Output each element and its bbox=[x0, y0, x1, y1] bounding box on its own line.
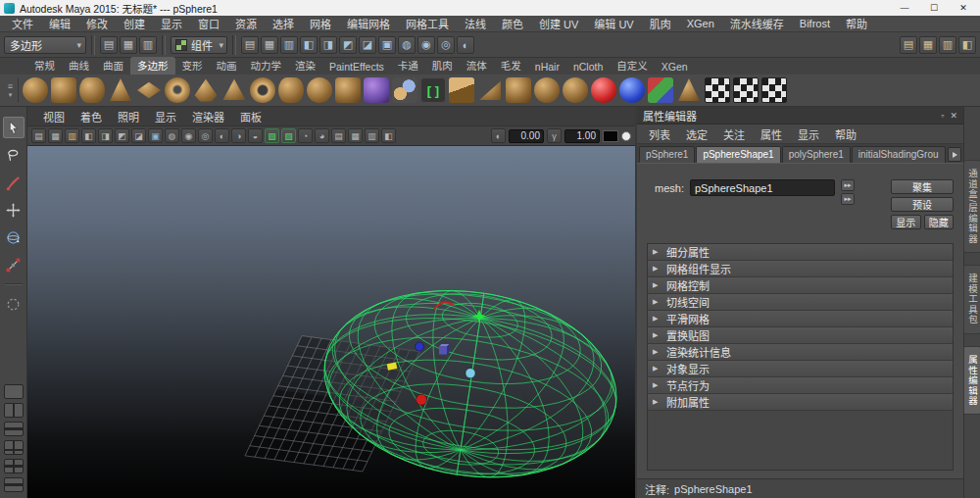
shaded-mode-icon[interactable]: ◕ bbox=[315, 128, 329, 143]
combine-icon[interactable] bbox=[449, 77, 474, 103]
save-scene-icon[interactable]: ▥ bbox=[139, 36, 157, 54]
attribute-section[interactable]: 网格组件显示 bbox=[648, 261, 953, 277]
dock-icon[interactable]: ▫ bbox=[941, 111, 944, 121]
menu-item[interactable]: 网格工具 bbox=[398, 16, 457, 31]
three-panes-split-left-layout-button[interactable] bbox=[4, 440, 24, 455]
scene-svg[interactable] bbox=[27, 146, 635, 498]
snap-to-view-plane-icon[interactable]: ◩ bbox=[339, 36, 357, 54]
attribute-editor-menu-item[interactable]: 帮助 bbox=[827, 126, 864, 142]
menu-item[interactable]: Bifrost bbox=[792, 18, 838, 29]
2d-pan-zoom-icon[interactable]: ◨ bbox=[98, 128, 113, 143]
attribute-section[interactable]: 附加属性 bbox=[648, 394, 953, 411]
shelf-tab[interactable]: 多边形 bbox=[130, 57, 175, 75]
safe-title-icon[interactable]: ◑ bbox=[231, 128, 246, 143]
menu-item[interactable]: 帮助 bbox=[838, 16, 875, 31]
node-tab[interactable]: pSphereShape1 bbox=[696, 146, 780, 163]
bookmarks-icon[interactable]: ▥ bbox=[65, 128, 79, 143]
bridge-icon[interactable] bbox=[676, 77, 702, 103]
shelf-tab[interactable]: 流体 bbox=[460, 57, 494, 75]
panel-menu-item[interactable]: 视图 bbox=[35, 109, 73, 124]
sidebar-vertical-tab[interactable]: 通道盒/层编辑器 bbox=[963, 160, 980, 253]
two-panes-side-by-side-layout-button[interactable] bbox=[4, 403, 24, 418]
wireframe-mode-icon[interactable]: ◔ bbox=[298, 128, 313, 143]
panel-menu-item[interactable]: 显示 bbox=[147, 109, 184, 124]
shadows-toggle-icon[interactable]: ▥ bbox=[365, 128, 379, 143]
new-scene-icon[interactable]: ▤ bbox=[100, 36, 118, 54]
small-cyan-sphere[interactable] bbox=[466, 369, 475, 378]
menu-item[interactable]: XGen bbox=[679, 18, 722, 29]
single-pane-layout-button[interactable] bbox=[4, 384, 24, 399]
boolean-union-icon[interactable] bbox=[534, 77, 560, 103]
lighting-mode-icon[interactable]: ▦ bbox=[348, 128, 363, 143]
construction-history-icon[interactable]: ▣ bbox=[378, 36, 396, 54]
shelf-tab[interactable]: nCloth bbox=[566, 60, 610, 75]
attribute-editor-menu-item[interactable]: 列表 bbox=[641, 126, 678, 142]
show-button[interactable]: 显示 bbox=[891, 215, 921, 229]
maximize-button[interactable]: ☐ bbox=[919, 3, 949, 13]
mesh-name-input[interactable] bbox=[690, 179, 835, 196]
shelf-tab[interactable]: 曲线 bbox=[62, 57, 96, 75]
grease-pencil-icon[interactable]: ◩ bbox=[115, 128, 129, 143]
paint-select-tool-button[interactable] bbox=[3, 172, 24, 193]
poly-cylinder-icon[interactable] bbox=[79, 77, 105, 103]
poly-soccer-ball-icon[interactable] bbox=[307, 77, 332, 103]
attribute-section[interactable]: 渲染统计信息 bbox=[648, 344, 953, 361]
poly-plane-icon[interactable] bbox=[136, 77, 162, 103]
menu-item[interactable]: 文件 bbox=[4, 16, 41, 31]
attribute-section[interactable]: 节点行为 bbox=[648, 377, 953, 394]
shelf-tab[interactable]: 卡通 bbox=[391, 57, 425, 75]
persp-outliner-layout-button[interactable] bbox=[4, 477, 24, 492]
lasso-tool-button[interactable] bbox=[3, 144, 24, 166]
resolution-gate-icon[interactable]: ◍ bbox=[165, 128, 179, 143]
menu-item[interactable]: 法线 bbox=[457, 16, 494, 31]
attribute-editor-menu-item[interactable]: 属性 bbox=[753, 126, 790, 142]
poly-pipe-icon[interactable] bbox=[250, 77, 275, 103]
small-purple-cube[interactable] bbox=[439, 344, 450, 355]
menu-item[interactable]: 资源 bbox=[227, 16, 265, 31]
menu-item[interactable]: 选择 bbox=[265, 16, 302, 31]
poly-sphere-icon[interactable] bbox=[23, 77, 48, 103]
attribute-section[interactable]: 置换贴图 bbox=[648, 327, 953, 344]
open-scene-icon[interactable]: ▦ bbox=[120, 36, 137, 54]
scale-tool-button[interactable] bbox=[3, 254, 24, 275]
poly-cone-icon[interactable] bbox=[108, 77, 133, 103]
focus-button[interactable]: 聚集 bbox=[891, 179, 954, 194]
snap-to-curve-icon[interactable]: ◧ bbox=[300, 36, 318, 54]
two-panes-stacked-layout-button[interactable] bbox=[4, 422, 24, 436]
isolate-select-off-icon[interactable]: ▧ bbox=[281, 128, 296, 143]
safe-action-icon[interactable]: ◐ bbox=[215, 128, 229, 143]
node-tab[interactable]: initialShadingGrou bbox=[852, 146, 946, 163]
render-view-icon[interactable]: ◍ bbox=[398, 36, 416, 54]
rotate-tool-button[interactable] bbox=[3, 226, 24, 248]
four-panes-layout-button[interactable] bbox=[4, 459, 24, 473]
extract-icon[interactable] bbox=[506, 77, 531, 103]
shelf-tab[interactable]: 渲染 bbox=[288, 57, 322, 75]
viewport-canvas[interactable] bbox=[27, 146, 635, 498]
toggle-tool-settings-icon[interactable]: ▦ bbox=[919, 36, 937, 54]
small-red-sphere[interactable] bbox=[416, 394, 427, 405]
close-icon[interactable]: ✕ bbox=[950, 111, 957, 121]
menu-item[interactable]: 肌肉 bbox=[642, 16, 679, 31]
red-material-ball-icon[interactable] bbox=[591, 77, 616, 103]
shelf-tab[interactable]: PaintEffects bbox=[322, 60, 391, 75]
menu-item[interactable]: 颜色 bbox=[494, 16, 531, 31]
attribute-section[interactable]: 网格控制 bbox=[648, 277, 953, 294]
shelf-tab[interactable]: 毛发 bbox=[494, 57, 528, 75]
shelf-tab[interactable]: nHair bbox=[528, 60, 566, 75]
exposure-field[interactable]: 0.00 bbox=[509, 129, 544, 143]
menu-item[interactable]: 网格 bbox=[302, 16, 339, 31]
uv-checker-a-icon[interactable] bbox=[705, 77, 730, 103]
poly-torus-icon[interactable] bbox=[165, 77, 190, 103]
minimize-button[interactable]: — bbox=[890, 3, 919, 13]
select-tool-button[interactable] bbox=[3, 117, 24, 138]
image-plane-icon[interactable]: ◧ bbox=[81, 128, 96, 143]
uv-checker-c-icon[interactable] bbox=[761, 77, 787, 103]
menu-item[interactable]: 创建 bbox=[116, 16, 153, 31]
xray-mode-icon[interactable]: ◧ bbox=[381, 128, 396, 143]
grid-toggle-icon[interactable]: ◪ bbox=[131, 128, 146, 143]
attribute-section[interactable]: 对象显示 bbox=[648, 361, 953, 377]
shelf-tab[interactable]: 常规 bbox=[27, 57, 62, 75]
multi-cut-tool-icon[interactable] bbox=[420, 77, 446, 103]
attribute-editor-menu-item[interactable]: 关注 bbox=[715, 126, 753, 142]
attribute-section[interactable]: 细分属性 bbox=[648, 244, 953, 261]
